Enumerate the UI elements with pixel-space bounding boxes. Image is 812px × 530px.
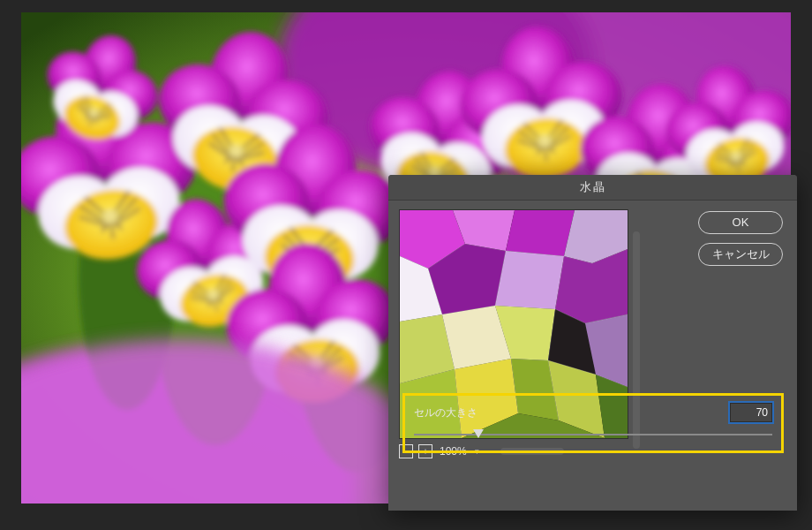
slider-track — [414, 434, 772, 435]
cell-size-label: セルの大きさ — [414, 405, 477, 420]
dialog-title: 水晶 — [388, 175, 797, 201]
cell-size-input[interactable] — [730, 403, 772, 422]
cell-size-slider[interactable] — [414, 431, 772, 438]
svg-marker-18 — [506, 210, 575, 256]
cancel-button[interactable]: キャンセル — [698, 243, 783, 266]
crystallize-dialog: 水晶 — [388, 175, 797, 511]
ok-button[interactable]: OK — [698, 211, 783, 234]
cell-size-parameter: セルの大きさ — [402, 393, 784, 453]
slider-thumb-icon[interactable] — [473, 429, 484, 438]
svg-marker-22 — [495, 251, 564, 309]
